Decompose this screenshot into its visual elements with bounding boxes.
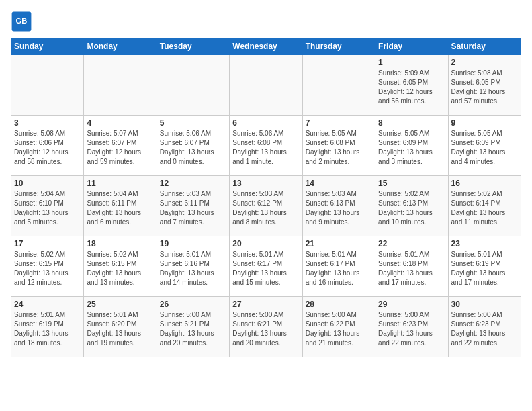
day-number: 28 [306, 300, 372, 309]
calendar-cell: 3Sunrise: 5:08 AM Sunset: 6:06 PM Daylig… [11, 116, 84, 176]
svg-text:GB: GB [16, 17, 28, 25]
day-number: 1 [378, 58, 445, 67]
calendar-cell: 2Sunrise: 5:08 AM Sunset: 6:05 PM Daylig… [448, 55, 521, 116]
day-detail: Sunrise: 5:04 AM Sunset: 6:10 PM Dayligh… [14, 189, 81, 227]
day-number: 3 [14, 118, 81, 128]
day-number: 27 [232, 300, 299, 309]
day-detail: Sunrise: 5:08 AM Sunset: 6:05 PM Dayligh… [451, 68, 518, 106]
calendar-cell: 27Sunrise: 5:00 AM Sunset: 6:21 PM Dayli… [230, 297, 302, 357]
day-detail: Sunrise: 5:07 AM Sunset: 6:07 PM Dayligh… [87, 129, 153, 167]
day-number: 30 [451, 300, 518, 309]
day-number: 8 [378, 118, 445, 128]
header-tuesday: Tuesday [157, 38, 229, 55]
day-number: 22 [378, 239, 445, 248]
calendar-cell: 12Sunrise: 5:03 AM Sunset: 6:11 PM Dayli… [157, 176, 229, 236]
day-number: 20 [232, 239, 299, 248]
day-detail: Sunrise: 5:02 AM Sunset: 6:14 PM Dayligh… [451, 189, 518, 227]
calendar-cell: 22Sunrise: 5:01 AM Sunset: 6:18 PM Dayli… [375, 236, 448, 297]
calendar-cell: 30Sunrise: 5:00 AM Sunset: 6:23 PM Dayli… [448, 297, 521, 357]
day-detail: Sunrise: 5:06 AM Sunset: 6:07 PM Dayligh… [160, 129, 226, 167]
header-monday: Monday [84, 38, 157, 55]
day-number: 13 [232, 179, 299, 188]
day-number: 23 [451, 239, 518, 248]
logo: GB [11, 11, 35, 32]
day-detail: Sunrise: 5:06 AM Sunset: 6:08 PM Dayligh… [232, 129, 299, 167]
logo-icon: GB [11, 11, 32, 32]
day-detail: Sunrise: 5:01 AM Sunset: 6:20 PM Dayligh… [87, 310, 153, 348]
day-detail: Sunrise: 5:00 AM Sunset: 6:23 PM Dayligh… [378, 310, 445, 348]
day-detail: Sunrise: 5:02 AM Sunset: 6:15 PM Dayligh… [87, 250, 153, 287]
day-number: 17 [14, 239, 81, 248]
week-row-3: 17Sunrise: 5:02 AM Sunset: 6:15 PM Dayli… [11, 236, 521, 297]
calendar-cell: 21Sunrise: 5:01 AM Sunset: 6:17 PM Dayli… [302, 236, 375, 297]
day-number: 6 [232, 118, 299, 128]
calendar-cell: 15Sunrise: 5:02 AM Sunset: 6:13 PM Dayli… [375, 176, 448, 236]
calendar-cell: 14Sunrise: 5:03 AM Sunset: 6:13 PM Dayli… [302, 176, 375, 236]
day-detail: Sunrise: 5:00 AM Sunset: 6:23 PM Dayligh… [451, 310, 518, 348]
calendar-cell [11, 55, 84, 116]
day-number: 25 [87, 300, 153, 309]
day-number: 18 [87, 239, 153, 248]
day-number: 26 [160, 300, 226, 309]
header-row: SundayMondayTuesdayWednesdayThursdayFrid… [11, 38, 521, 55]
calendar-cell: 13Sunrise: 5:03 AM Sunset: 6:12 PM Dayli… [230, 176, 302, 236]
calendar-cell: 11Sunrise: 5:04 AM Sunset: 6:11 PM Dayli… [84, 176, 157, 236]
day-number: 5 [160, 118, 226, 128]
day-number: 12 [160, 179, 226, 188]
calendar-cell: 17Sunrise: 5:02 AM Sunset: 6:15 PM Dayli… [11, 236, 84, 297]
day-number: 19 [160, 239, 226, 248]
calendar-cell: 16Sunrise: 5:02 AM Sunset: 6:14 PM Dayli… [448, 176, 521, 236]
day-detail: Sunrise: 5:01 AM Sunset: 6:19 PM Dayligh… [14, 310, 81, 348]
day-detail: Sunrise: 5:02 AM Sunset: 6:15 PM Dayligh… [14, 250, 81, 287]
day-detail: Sunrise: 5:05 AM Sunset: 6:09 PM Dayligh… [451, 129, 518, 167]
day-detail: Sunrise: 5:01 AM Sunset: 6:18 PM Dayligh… [378, 250, 445, 287]
header-sunday: Sunday [11, 38, 84, 55]
calendar-cell [157, 55, 229, 116]
calendar-cell: 1Sunrise: 5:09 AM Sunset: 6:05 PM Daylig… [375, 55, 448, 116]
calendar-cell [230, 55, 302, 116]
calendar-cell: 18Sunrise: 5:02 AM Sunset: 6:15 PM Dayli… [84, 236, 157, 297]
day-number: 14 [306, 179, 372, 188]
day-detail: Sunrise: 5:01 AM Sunset: 6:19 PM Dayligh… [451, 250, 518, 287]
calendar-cell: 5Sunrise: 5:06 AM Sunset: 6:07 PM Daylig… [157, 116, 229, 176]
calendar-cell: 29Sunrise: 5:00 AM Sunset: 6:23 PM Dayli… [375, 297, 448, 357]
header-friday: Friday [375, 38, 448, 55]
day-detail: Sunrise: 5:08 AM Sunset: 6:06 PM Dayligh… [14, 129, 81, 167]
week-row-4: 24Sunrise: 5:01 AM Sunset: 6:19 PM Dayli… [11, 297, 521, 357]
calendar-cell: 24Sunrise: 5:01 AM Sunset: 6:19 PM Dayli… [11, 297, 84, 357]
calendar-cell [302, 55, 375, 116]
calendar-cell: 19Sunrise: 5:01 AM Sunset: 6:16 PM Dayli… [157, 236, 229, 297]
day-detail: Sunrise: 5:01 AM Sunset: 6:16 PM Dayligh… [160, 250, 226, 287]
day-detail: Sunrise: 5:04 AM Sunset: 6:11 PM Dayligh… [87, 189, 153, 227]
day-number: 11 [87, 179, 153, 188]
calendar-cell: 8Sunrise: 5:05 AM Sunset: 6:09 PM Daylig… [375, 116, 448, 176]
calendar-cell: 20Sunrise: 5:01 AM Sunset: 6:17 PM Dayli… [230, 236, 302, 297]
calendar-cell: 6Sunrise: 5:06 AM Sunset: 6:08 PM Daylig… [230, 116, 302, 176]
day-number: 21 [306, 239, 372, 248]
day-detail: Sunrise: 5:03 AM Sunset: 6:12 PM Dayligh… [232, 189, 299, 227]
day-number: 9 [451, 118, 518, 128]
calendar-body: 1Sunrise: 5:09 AM Sunset: 6:05 PM Daylig… [11, 55, 521, 357]
calendar-cell: 7Sunrise: 5:05 AM Sunset: 6:08 PM Daylig… [302, 116, 375, 176]
day-detail: Sunrise: 5:01 AM Sunset: 6:17 PM Dayligh… [306, 250, 372, 287]
calendar-cell [84, 55, 157, 116]
day-number: 10 [14, 179, 81, 188]
day-number: 15 [378, 179, 445, 188]
day-detail: Sunrise: 5:03 AM Sunset: 6:11 PM Dayligh… [160, 189, 226, 227]
calendar-table: SundayMondayTuesdayWednesdayThursdayFrid… [11, 38, 521, 357]
day-detail: Sunrise: 5:00 AM Sunset: 6:21 PM Dayligh… [160, 310, 226, 348]
day-detail: Sunrise: 5:05 AM Sunset: 6:08 PM Dayligh… [306, 129, 372, 167]
week-row-0: 1Sunrise: 5:09 AM Sunset: 6:05 PM Daylig… [11, 55, 521, 116]
calendar-cell: 9Sunrise: 5:05 AM Sunset: 6:09 PM Daylig… [448, 116, 521, 176]
page-header: GB [11, 11, 521, 32]
week-row-1: 3Sunrise: 5:08 AM Sunset: 6:06 PM Daylig… [11, 116, 521, 176]
day-number: 29 [378, 300, 445, 309]
day-detail: Sunrise: 5:00 AM Sunset: 6:21 PM Dayligh… [232, 310, 299, 348]
calendar-cell: 26Sunrise: 5:00 AM Sunset: 6:21 PM Dayli… [157, 297, 229, 357]
header-wednesday: Wednesday [230, 38, 302, 55]
day-number: 16 [451, 179, 518, 188]
day-number: 4 [87, 118, 153, 128]
calendar-cell: 25Sunrise: 5:01 AM Sunset: 6:20 PM Dayli… [84, 297, 157, 357]
week-row-2: 10Sunrise: 5:04 AM Sunset: 6:10 PM Dayli… [11, 176, 521, 236]
day-number: 7 [306, 118, 372, 128]
